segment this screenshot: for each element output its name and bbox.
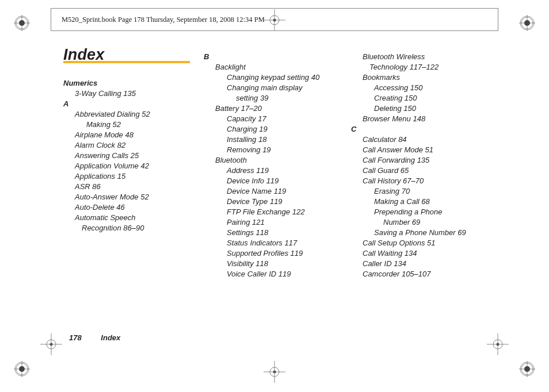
index-subentry: Saving a Phone Number 69: [374, 228, 501, 238]
index-subentry: Removing 19: [227, 145, 348, 155]
footer: 178 Index: [69, 333, 120, 342]
index-subentry: Supported Profiles 119: [227, 248, 348, 259]
index-entry: Call History 67–70: [363, 176, 501, 186]
svg-point-4: [19, 20, 25, 26]
index-entry: Backlight: [215, 62, 348, 72]
svg-point-5: [520, 16, 534, 30]
index-entry: Applications 15: [75, 171, 201, 182]
crop-mark-icon: [264, 361, 285, 383]
index-entry: Bluetooth: [215, 155, 348, 166]
footer-label: Index: [101, 333, 120, 342]
index-subentry: Making a Call 68: [374, 197, 501, 207]
svg-point-0: [15, 16, 29, 30]
index-subentry: Visibility 118: [227, 259, 348, 269]
svg-point-32: [493, 340, 502, 349]
index-subentry: Device Info 119: [227, 176, 348, 186]
index-entry: Battery 17–20: [215, 103, 348, 114]
section-a: A: [63, 99, 201, 109]
index-subentry: Status Indicators 117: [227, 238, 348, 248]
index-entry-wrap: Recognition 86–90: [82, 223, 201, 233]
svg-point-1: [16, 17, 28, 29]
index-subentry: Device Type 119: [227, 197, 348, 207]
index-entry: Caller ID 134: [363, 259, 501, 269]
index-entry: Browser Menu 148: [363, 114, 501, 124]
svg-point-27: [273, 371, 276, 374]
index-entry: Call Waiting 134: [363, 248, 501, 259]
column-1: Index Numerics 3-Way Calling 135 A Abbre…: [63, 49, 201, 233]
svg-point-15: [520, 362, 534, 376]
index-entry: Bookmarks: [363, 72, 501, 83]
index-entry: Call Forwarding 135: [363, 155, 501, 166]
index-entry: Alarm Clock 82: [75, 140, 201, 151]
index-entry: Camcorder 105–107: [363, 269, 501, 279]
svg-point-24: [270, 367, 279, 376]
index-subentry: Installing 18: [227, 134, 348, 145]
page-title: Index: [63, 49, 201, 60]
index-subentry: Device Name 119: [227, 186, 348, 197]
index-entry: Bluetooth Wireless: [363, 52, 501, 62]
section-c: C: [351, 124, 501, 134]
index-subentry: Capacity 17: [227, 114, 348, 124]
svg-point-6: [521, 17, 533, 29]
registration-mark-icon: [519, 15, 535, 31]
index-subentry: Creating 150: [374, 93, 501, 103]
index-entry: Call Guard 65: [363, 166, 501, 176]
index-entry: Call Setup Options 51: [363, 238, 501, 248]
svg-point-14: [19, 366, 25, 372]
svg-point-16: [521, 363, 533, 375]
svg-point-11: [16, 363, 28, 375]
index-subentry-wrap: Number 69: [383, 217, 501, 228]
index-entry-wrap: Technology 117–122: [369, 62, 501, 72]
index-subentry: Deleting 150: [374, 103, 501, 114]
section-b: B: [204, 52, 348, 62]
index-subentry: Charging 19: [227, 124, 348, 134]
svg-point-35: [497, 343, 500, 346]
index-entry: Answering Calls 25: [75, 151, 201, 161]
svg-point-31: [50, 343, 53, 346]
index-entry: ASR 86: [75, 182, 201, 192]
column-3: Bluetooth Wireless Technology 117–122 Bo…: [351, 52, 501, 279]
index-subentry: FTP File Exchange 122: [227, 207, 348, 217]
index-subentry: Erasing 70: [374, 186, 501, 197]
index-entry: Auto-Delete 46: [75, 202, 201, 213]
index-subentry: Changing keypad setting 40: [227, 72, 348, 83]
crop-mark-icon: [40, 333, 62, 355]
index-subentry: Voice Caller ID 119: [227, 269, 348, 279]
svg-point-10: [15, 362, 29, 376]
footer-page-number: 178: [69, 333, 82, 342]
index-subentry-wrap: setting 39: [236, 93, 348, 103]
crop-header-frame: M520_Sprint.book Page 178 Thursday, Sept…: [51, 8, 498, 31]
index-subentry: Prepending a Phone: [374, 207, 501, 217]
index-entry: Automatic Speech: [75, 213, 201, 223]
index-subentry: Accessing 150: [374, 83, 501, 93]
index-entry: Auto-Answer Mode 52: [75, 192, 201, 202]
svg-point-9: [524, 20, 530, 26]
index-subentry: Pairing 121: [227, 217, 348, 228]
index-entry: Call Answer Mode 51: [363, 145, 501, 155]
registration-mark-icon: [14, 15, 30, 31]
svg-point-28: [47, 340, 56, 349]
registration-mark-icon: [14, 361, 30, 377]
content-area: Index Numerics 3-Way Calling 135 A Abbre…: [63, 49, 501, 308]
index-entry: Application Volume 42: [75, 161, 201, 171]
svg-point-19: [524, 366, 530, 372]
section-numerics: Numerics: [63, 78, 201, 89]
index-entry: Abbreviated Dialing 52: [75, 109, 201, 120]
index-entry: 3-Way Calling 135: [75, 89, 201, 99]
crop-header-text: M520_Sprint.book Page 178 Thursday, Sept…: [62, 16, 265, 24]
index-entry: Airplane Mode 48: [75, 130, 201, 140]
column-2: B Backlight Changing keypad setting 40 C…: [204, 52, 348, 279]
registration-mark-icon: [519, 361, 535, 377]
index-subentry: Settings 118: [227, 228, 348, 238]
index-entry: Calculator 84: [363, 134, 501, 145]
index-subentry: Changing main display: [227, 83, 348, 93]
index-subentry: Making 52: [86, 120, 201, 130]
index-subentry: Address 119: [227, 166, 348, 176]
crop-mark-icon: [487, 333, 509, 355]
